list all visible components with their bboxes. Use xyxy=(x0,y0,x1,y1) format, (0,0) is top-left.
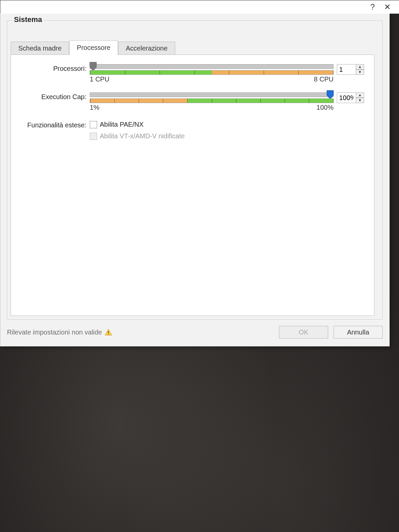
svg-marker-1 xyxy=(327,90,333,99)
execution-cap-range-bar xyxy=(90,98,333,103)
status-text: Rilevate impostazioni non valide xyxy=(7,329,102,336)
pae-nx-option[interactable]: Abilita PAE/NX xyxy=(90,121,367,128)
execution-cap-slider[interactable] xyxy=(90,92,333,97)
processors-label: Processori: xyxy=(18,64,90,72)
tab-motherboard[interactable]: Scheda madre xyxy=(11,42,69,55)
execution-cap-spin-down[interactable]: ▼ xyxy=(356,98,364,103)
processors-slider[interactable] xyxy=(90,64,333,69)
execution-cap-range-labels: 1% 100% xyxy=(90,104,333,111)
execution-cap-spin-up[interactable]: ▲ xyxy=(356,92,364,98)
processors-min-label: 1 CPU xyxy=(90,75,109,83)
execution-cap-spinbox[interactable]: ▲ ▼ xyxy=(337,92,367,103)
tab-row: Scheda madre Processore Accelerazione xyxy=(11,41,374,55)
pae-nx-checkbox[interactable] xyxy=(90,121,97,128)
processors-row: Processori: xyxy=(18,64,367,83)
invalid-settings-status: Rilevate impostazioni non valide xyxy=(7,329,112,336)
processors-spin-down[interactable]: ▼ xyxy=(356,69,364,75)
tab-processor[interactable]: Processore xyxy=(69,40,118,55)
svg-rect-4 xyxy=(108,334,109,334)
processors-spin-up[interactable]: ▲ xyxy=(356,64,364,69)
nested-virt-label: Abilita VT-x/AMD-V nidificate xyxy=(100,132,185,140)
svg-rect-3 xyxy=(108,331,109,333)
extended-features-row: Funzionalità estese: Abilita PAE/NX Abil… xyxy=(18,121,367,140)
svg-marker-0 xyxy=(90,62,96,71)
help-icon[interactable]: ? xyxy=(370,2,375,12)
titlebar: ? ✕ xyxy=(0,0,399,14)
settings-dialog: ? ✕ Sistema Scheda madre Processore Acce… xyxy=(0,13,390,346)
processors-spinbox[interactable]: ▲ ▼ xyxy=(337,64,367,75)
execution-cap-row: Execution Cap: xyxy=(18,92,367,111)
processors-max-label: 8 CPU xyxy=(314,75,333,83)
tab-acceleration[interactable]: Accelerazione xyxy=(118,42,175,55)
nested-virt-option: Abilita VT-x/AMD-V nidificate xyxy=(90,132,367,140)
processors-slider-wrap: 1 CPU 8 CPU xyxy=(90,64,333,83)
nested-virt-checkbox xyxy=(90,133,97,140)
execution-cap-label: Execution Cap: xyxy=(18,92,90,101)
processors-range-bar xyxy=(90,70,333,75)
pae-nx-label: Abilita PAE/NX xyxy=(100,121,144,128)
tab-container: Scheda madre Processore Accelerazione Pr… xyxy=(11,41,374,316)
execution-cap-slider-wrap: 1% 100% xyxy=(90,92,333,111)
ok-button: OK xyxy=(279,326,328,338)
close-icon[interactable]: ✕ xyxy=(384,2,391,12)
system-group: Sistema Scheda madre Processore Accelera… xyxy=(7,20,383,320)
processors-slider-thumb[interactable] xyxy=(89,62,97,71)
execution-cap-slider-thumb[interactable] xyxy=(327,90,334,99)
processors-value-input[interactable] xyxy=(337,64,356,75)
processors-range-labels: 1 CPU 8 CPU xyxy=(90,75,333,83)
execution-cap-value-input[interactable] xyxy=(337,92,356,103)
dialog-buttons: OK Annulla xyxy=(279,326,383,338)
dialog-footer: Rilevate impostazioni non valide OK Annu… xyxy=(7,324,383,340)
tab-page-processor: Processori: xyxy=(11,55,374,316)
group-title: Sistema xyxy=(12,15,44,24)
execution-cap-max-label: 100% xyxy=(317,104,333,111)
execution-cap-min-label: 1% xyxy=(90,104,99,111)
cancel-button[interactable]: Annulla xyxy=(333,326,383,338)
warning-icon xyxy=(105,329,112,336)
extended-features-label: Funzionalità estese: xyxy=(18,121,90,129)
